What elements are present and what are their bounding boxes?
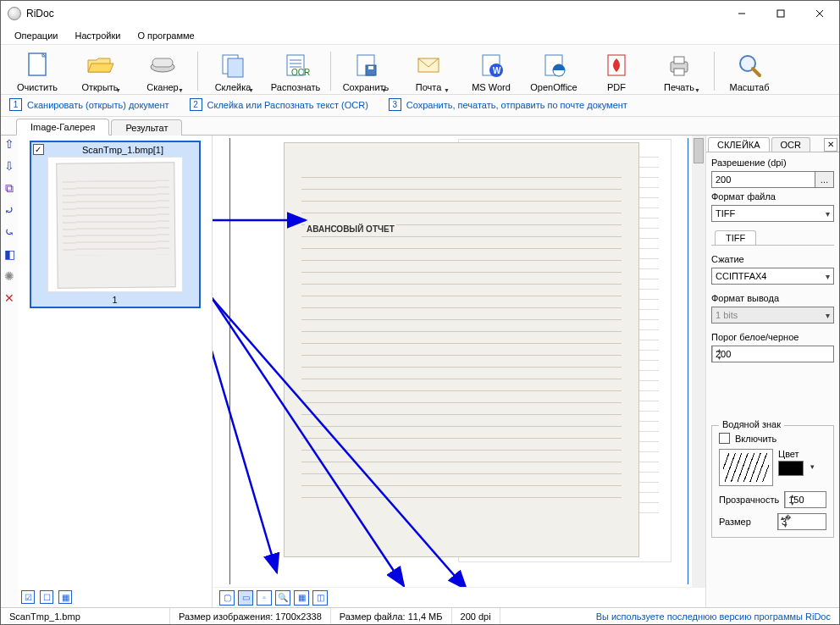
subtab-tiff[interactable]: TIFF xyxy=(715,230,756,245)
status-dpi: 200 dpi xyxy=(452,608,500,624)
app-window: RiDoc Операции Настройки О программе Очи… xyxy=(0,0,840,625)
rail-move-up-icon[interactable]: ⇧ xyxy=(3,137,16,151)
watermark-section-title: Водяной знак xyxy=(719,419,784,429)
panel-tab-ocr[interactable]: OCR xyxy=(771,137,810,152)
tool-scanner[interactable]: Сканер▼ xyxy=(131,48,194,94)
fit-width-icon[interactable]: ▭ xyxy=(238,590,253,606)
rail-copy-icon[interactable]: ⧉ xyxy=(3,181,16,195)
minimize-button[interactable] xyxy=(722,1,761,26)
tab-gallery[interactable]: Image-Галерея xyxy=(16,119,109,136)
watermark-color-picker[interactable] xyxy=(778,461,804,476)
statusbar: ScanTmp_1.bmp Размер изображения: 1700x2… xyxy=(1,607,839,624)
resolution-browse-button[interactable]: … xyxy=(815,171,834,188)
status-file-size: Размер файла: 11,4 МБ xyxy=(331,608,452,624)
tool-msword[interactable]: W MS Word xyxy=(460,48,522,94)
rail-rotate-left-icon[interactable]: ⤾ xyxy=(3,203,16,217)
compress-combo[interactable]: CCIПTFAX4 xyxy=(711,268,834,285)
panel-close-button[interactable]: ✕ xyxy=(824,138,837,152)
tab-result[interactable]: Результат xyxy=(111,119,182,136)
preview-canvas[interactable]: АВАНСОВЫЙ ОТЧЕТ xyxy=(213,136,705,587)
tool-mail[interactable]: Почта▼ xyxy=(397,48,460,94)
crop-icon[interactable]: ◫ xyxy=(312,590,328,606)
step-2[interactable]: 2Склейка или Распознать текст (OCR) xyxy=(190,98,368,111)
preview-scrollbar[interactable] xyxy=(692,136,705,587)
thumbnail-index: 1 xyxy=(112,295,117,305)
chevron-down-icon: ▼ xyxy=(178,87,184,93)
mail-icon xyxy=(413,50,444,80)
watermark-size-spin[interactable]: 3▲�▼ xyxy=(777,513,826,530)
watermark-color-label: Цвет xyxy=(778,449,804,459)
status-update-link[interactable]: Вы используете последнюю версию программ… xyxy=(596,611,839,622)
thumbnail-selected[interactable]: ✓ ScanTmp_1.bmp[1] 1 xyxy=(30,141,201,308)
tool-save[interactable]: Сохранить▼ xyxy=(334,48,397,94)
watermark-size-label: Размер xyxy=(719,517,751,527)
zoom-toggle-icon[interactable]: 🔍 xyxy=(275,590,290,606)
tool-stitch[interactable]: Склейка▼ xyxy=(202,48,264,94)
watermark-enable-checkbox[interactable] xyxy=(719,433,730,444)
maximize-button[interactable] xyxy=(761,1,800,26)
tool-print[interactable]: Печать▼ xyxy=(648,48,710,94)
magnifier-icon xyxy=(734,50,765,80)
chevron-down-icon: ▼ xyxy=(248,87,254,93)
gallery-select-tools: ☑ ☐ ▦ xyxy=(18,587,212,607)
stitch-icon xyxy=(218,50,248,80)
close-button[interactable] xyxy=(800,1,839,26)
tool-clear[interactable]: Очистить xyxy=(6,48,69,94)
tool-open[interactable]: Открыть▼ xyxy=(69,48,131,94)
tool-recognize[interactable]: OCR Распознать xyxy=(264,48,327,94)
tool-zoom[interactable]: Масштаб xyxy=(718,48,781,94)
output-format-label: Формат вывода xyxy=(711,293,834,303)
preview-toolbar: ▢ ▭ ▫ 🔍 ▦ ◫ xyxy=(213,587,705,607)
select-all-icon[interactable]: ☑ xyxy=(21,590,35,604)
rail-delete-icon[interactable]: ✕ xyxy=(3,291,16,305)
svg-text:OCR: OCR xyxy=(291,68,310,77)
msword-icon: W xyxy=(476,50,506,80)
tool-pdf[interactable]: PDF xyxy=(585,48,648,94)
rail-flip-h-icon[interactable]: ◧ xyxy=(3,247,16,261)
titlebar: RiDoc xyxy=(1,1,839,26)
scan-page-overlay: АВАНСОВЫЙ ОТЧЕТ xyxy=(284,142,639,557)
menu-operations[interactable]: Операции xyxy=(6,29,66,42)
pdf-icon xyxy=(601,50,632,80)
chevron-down-icon: ▼ xyxy=(115,87,121,93)
svg-line-30 xyxy=(753,69,760,75)
step-1[interactable]: 1Сканировать (открыть) документ xyxy=(9,98,169,111)
chevron-down-icon: ▼ xyxy=(694,87,700,93)
app-icon xyxy=(8,7,21,20)
save-icon xyxy=(351,50,381,80)
openoffice-icon xyxy=(539,50,569,80)
actual-size-icon[interactable]: ▫ xyxy=(257,590,272,606)
format-combo[interactable]: TIFF xyxy=(711,205,834,222)
threshold-spin[interactable]: 200▲▼ xyxy=(711,346,834,362)
tool-openoffice[interactable]: OpenOffice xyxy=(522,48,585,94)
panel-tab-stitch[interactable]: СКЛЕЙКА xyxy=(708,137,770,152)
status-filename: ScanTmp_1.bmp xyxy=(1,608,170,624)
watermark-enable-label: Включить xyxy=(735,434,776,444)
rail-move-down-icon[interactable]: ⇩ xyxy=(3,159,16,173)
steps-bar: 1Сканировать (открыть) документ 2Склейка… xyxy=(1,95,839,117)
workarea: ⇧ ⇩ ⧉ ⤾ ⤿ ◧ ✺ ✕ ✓ ScanTmp_1.bmp[1] 1 ☑ ☐… xyxy=(1,136,839,607)
thumbnail-image xyxy=(47,157,183,292)
rail-brightness-icon[interactable]: ✺ xyxy=(3,269,16,283)
thumbnail-filename: ScanTmp_1.bmp[1] xyxy=(49,145,197,155)
grid-overlay-icon[interactable]: ▦ xyxy=(294,590,309,606)
fit-page-icon[interactable]: ▢ xyxy=(219,590,235,606)
status-image-size: Размер изображения: 1700x2338 xyxy=(170,608,331,624)
scanner-icon xyxy=(147,50,178,80)
grid-view-icon[interactable]: ▦ xyxy=(58,590,72,604)
svg-rect-28 xyxy=(674,69,684,75)
window-title: RiDoc xyxy=(26,8,722,19)
menu-about[interactable]: О программе xyxy=(129,29,202,42)
watermark-opacity-spin[interactable]: 150▲▼ xyxy=(784,491,826,508)
svg-rect-18 xyxy=(368,66,373,69)
watermark-opacity-label: Прозрачность xyxy=(719,495,779,505)
page-blank-icon xyxy=(22,50,52,80)
menu-settings[interactable]: Настройки xyxy=(66,29,129,42)
rail-rotate-right-icon[interactable]: ⤿ xyxy=(3,225,16,239)
resolution-input[interactable]: 200 xyxy=(711,171,815,188)
thumbnail-checkbox[interactable]: ✓ xyxy=(33,144,44,155)
select-none-icon[interactable]: ☐ xyxy=(40,590,53,604)
watermark-preview[interactable] xyxy=(719,449,773,486)
step-3[interactable]: 3Сохранить, печатать, отправить по почте… xyxy=(389,98,627,111)
chevron-down-icon: ▼ xyxy=(381,87,387,93)
